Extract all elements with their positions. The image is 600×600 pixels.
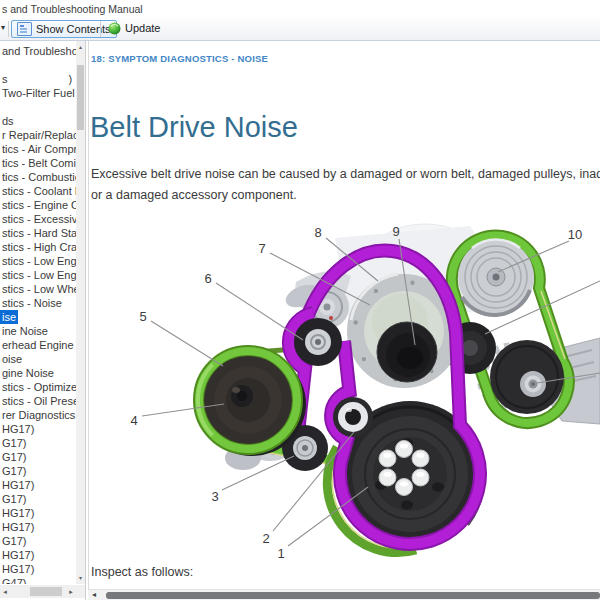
tree-item[interactable]: stics - Noise bbox=[0, 296, 76, 310]
tree-item[interactable]: HG17) bbox=[0, 520, 76, 534]
tree-item[interactable]: stics - Coolant Lo bbox=[0, 184, 76, 198]
tree-item[interactable]: stics - Engine Oil bbox=[0, 198, 76, 212]
tree-item-selected[interactable]: ise bbox=[0, 310, 18, 324]
content-hscroll-thumb[interactable] bbox=[106, 592, 600, 599]
window-title: s and Troubleshooting Manual bbox=[2, 3, 143, 15]
belt-drive-diagram: 12345678910 bbox=[88, 205, 600, 577]
callout-line-7 bbox=[270, 253, 370, 305]
scroll-up-icon[interactable]: ▴ bbox=[76, 41, 85, 53]
tree-item[interactable]: oise bbox=[0, 352, 76, 366]
small-pulley-3 bbox=[282, 425, 328, 471]
sidebar-horizontal-scrollbar[interactable]: ◂ ▸ bbox=[0, 585, 76, 598]
window-titlebar: s and Troubleshooting Manual bbox=[0, 0, 600, 18]
update-icon bbox=[108, 22, 121, 35]
tree-item[interactable]: gine Noise bbox=[0, 366, 76, 380]
scroll-right-icon[interactable]: ▸ bbox=[66, 585, 76, 598]
callout-number-4: 4 bbox=[130, 413, 137, 428]
tree-item[interactable]: ise bbox=[0, 310, 76, 324]
body-text-footer: Inspect as follows: bbox=[91, 565, 193, 579]
callout-line-8 bbox=[326, 238, 378, 281]
callout-number-8: 8 bbox=[314, 225, 321, 240]
crank-bolts bbox=[379, 441, 429, 496]
fan-clutch-ring bbox=[347, 274, 461, 388]
tree-item[interactable]: HG17) bbox=[0, 506, 76, 520]
tree-item[interactable]: stics - Hard Start, bbox=[0, 226, 76, 240]
tree-item[interactable]: HG17) bbox=[0, 478, 76, 492]
tree-item[interactable]: tics - Air Compre bbox=[0, 142, 76, 156]
callout-number-5: 5 bbox=[139, 309, 146, 324]
callout-line-10 bbox=[498, 241, 569, 272]
content-horizontal-scrollbar[interactable]: ◂ bbox=[88, 589, 600, 600]
tree-item[interactable]: s ) bbox=[0, 72, 76, 86]
update-button[interactable]: Update bbox=[104, 20, 164, 36]
tree-item[interactable]: HG17) bbox=[0, 562, 76, 576]
tree-item[interactable]: G17) bbox=[0, 534, 76, 548]
callout-number-3: 3 bbox=[211, 489, 218, 504]
tree-item[interactable]: tics - Combustion bbox=[0, 170, 76, 184]
callout-line-9 bbox=[399, 239, 415, 345]
tree-item[interactable]: stics - Optimized bbox=[0, 380, 76, 394]
body-text-line1: Excessive belt drive noise can be caused… bbox=[91, 167, 600, 181]
alternator-fins bbox=[482, 348, 540, 406]
tree-item[interactable]: G17) bbox=[0, 436, 76, 450]
tree-item[interactable]: HG17) bbox=[0, 422, 76, 436]
belt-green-left bbox=[251, 445, 416, 553]
tree-item[interactable]: stics - High Crank bbox=[0, 240, 76, 254]
engine-background bbox=[225, 224, 600, 470]
tree-item[interactable] bbox=[0, 100, 76, 114]
tree-item[interactable]: tics - Belt Coming bbox=[0, 156, 76, 170]
callout-line-5 bbox=[151, 321, 223, 366]
sidebar-vertical-scrollbar[interactable]: ▴ ▾ bbox=[76, 41, 85, 584]
callout-number-6: 6 bbox=[204, 271, 211, 286]
callout-line-6 bbox=[216, 283, 303, 340]
sidebar-vscroll-thumb[interactable] bbox=[77, 65, 84, 130]
callout-line-1 bbox=[288, 487, 368, 546]
sidebar-hscroll-thumb[interactable] bbox=[30, 587, 62, 596]
tree-item[interactable] bbox=[0, 58, 76, 72]
update-label: Update bbox=[125, 22, 160, 34]
toolbar-overflow-icon[interactable]: ▾ bbox=[1, 24, 5, 32]
content-scroll-left-icon[interactable]: ◂ bbox=[92, 590, 96, 600]
tree-item[interactable]: ine Noise bbox=[0, 324, 76, 338]
contents-tree: and Troubleshocs )Two-Filter Fuel Sydsr … bbox=[0, 41, 76, 584]
callout-line-2 bbox=[273, 432, 354, 531]
tree-item[interactable]: and Troubleshoc bbox=[0, 44, 76, 58]
breadcrumb: 18: SYMPTOM DIAGNOSTICS - NOISE bbox=[91, 53, 268, 64]
callout-line-offscreen-2 bbox=[537, 373, 600, 383]
tree-item[interactable]: stics - Excessive C bbox=[0, 212, 76, 226]
tree-item[interactable]: G17) bbox=[0, 492, 76, 506]
scroll-left-icon[interactable]: ◂ bbox=[0, 585, 10, 598]
pulley-10 bbox=[458, 239, 534, 315]
tree-item[interactable]: rer Diagnostics bbox=[0, 408, 76, 422]
callout-number-1: 1 bbox=[277, 546, 284, 561]
tensioner-pulley bbox=[294, 318, 342, 366]
idler-pulley bbox=[333, 397, 373, 437]
callout-line-3 bbox=[222, 456, 294, 490]
callout-line-4 bbox=[142, 404, 224, 416]
figure-callouts: 12345678910 bbox=[130, 224, 600, 561]
scrollbar-corner bbox=[76, 585, 85, 598]
callout-number-7: 7 bbox=[258, 241, 265, 256]
scroll-down-icon[interactable]: ▾ bbox=[76, 572, 85, 584]
sidebar-splitter[interactable] bbox=[85, 41, 86, 600]
callout-line-offscreen-1 bbox=[485, 281, 600, 334]
tree-item[interactable]: G17) bbox=[0, 464, 76, 478]
right-idler-pulley bbox=[444, 322, 496, 374]
tree-item[interactable]: Two-Filter Fuel Sy bbox=[0, 86, 76, 100]
tree-item[interactable]: stics - Low Whee bbox=[0, 282, 76, 296]
belt-green-right bbox=[452, 236, 569, 423]
tree-item[interactable]: erhead Engine No bbox=[0, 338, 76, 352]
page-title: Belt Drive Noise bbox=[90, 111, 298, 144]
tree-item[interactable]: G47) bbox=[0, 576, 76, 584]
toolbar-separator bbox=[8, 21, 9, 37]
callout-number-9: 9 bbox=[392, 224, 399, 239]
tree-item[interactable]: stics - Low Engin bbox=[0, 268, 76, 282]
tree-item[interactable]: HG17) bbox=[0, 548, 76, 562]
tree-item[interactable]: ds bbox=[0, 114, 76, 128]
tree-item[interactable]: stics - Oil Present bbox=[0, 394, 76, 408]
body-text-line2: or a damaged accessory component. bbox=[91, 188, 297, 202]
tree-item[interactable]: G17) bbox=[0, 450, 76, 464]
toolbar: ▾ Show Contents Update bbox=[0, 18, 600, 41]
tree-item[interactable]: stics - Low Engin bbox=[0, 254, 76, 268]
tree-item[interactable]: r Repair/Replace bbox=[0, 128, 76, 142]
